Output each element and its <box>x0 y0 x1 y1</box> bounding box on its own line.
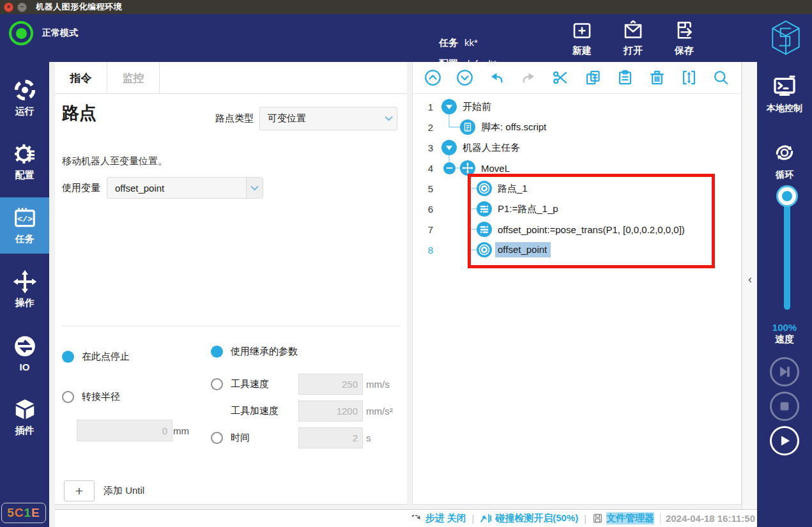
sidebar-item-config[interactable]: 配置 <box>0 134 49 190</box>
move-up-button[interactable] <box>423 68 442 88</box>
tree-row[interactable]: 2 脚本: offs.script <box>413 117 741 137</box>
tree-row-selected[interactable]: 8 offset_point <box>413 240 741 260</box>
sidebar-item-run[interactable]: 运行 <box>0 70 49 126</box>
tool-speed-input[interactable] <box>298 374 363 395</box>
redo-icon <box>520 69 537 86</box>
add-until-row: + 添加 Until <box>64 480 144 501</box>
tree-row[interactable]: 5 路点_1 <box>413 178 741 199</box>
tree-row[interactable]: 6 P1:=路点_1_p <box>413 199 741 219</box>
radio-selected-icon[interactable] <box>62 351 74 363</box>
tree-row[interactable]: 3 机器人主任务 <box>413 137 741 158</box>
delete-button[interactable] <box>648 68 667 88</box>
line-number: 4 <box>413 163 433 174</box>
step-forward-button[interactable] <box>770 357 799 386</box>
tree-node-label[interactable]: P1:=路点_1_p <box>498 203 558 215</box>
inherit-params-radio-row[interactable]: 使用继承的参数 <box>211 346 298 358</box>
movel-node-icon[interactable] <box>460 160 475 176</box>
tree-row[interactable]: 1 开始前 <box>413 96 741 117</box>
tree-node-label[interactable]: offset_point <box>495 242 551 257</box>
speed-slider-track[interactable] <box>784 197 790 310</box>
waypoint-node-icon[interactable] <box>477 181 492 196</box>
waypoint-type-value: 可变位置 <box>260 112 306 125</box>
tree-row[interactable]: 7 offset_point:=pose_trans(P1, [0,0,0.2,… <box>413 219 741 240</box>
move-down-button[interactable] <box>455 68 474 88</box>
play-button[interactable] <box>770 426 799 455</box>
waypoint-type-select[interactable]: 可变位置 <box>259 107 397 130</box>
save-button[interactable]: 保存 <box>664 19 705 57</box>
mode-indicator-group: 正常模式 <box>9 21 78 45</box>
copy-button[interactable] <box>583 68 602 88</box>
chevron-down-icon <box>380 107 397 130</box>
blend-radius-radio-row[interactable]: 转接半径 <box>62 391 120 403</box>
undo-button[interactable] <box>487 68 506 88</box>
assignment-node-icon[interactable] <box>477 222 492 237</box>
collapse-left-icon[interactable]: ‹ <box>742 273 758 286</box>
panel-collapse-strip[interactable]: ‹ <box>742 62 757 509</box>
task-label: 任务 <box>439 37 458 49</box>
status-separator: | <box>584 514 586 524</box>
file-manager-button[interactable]: 文件管理器 <box>592 512 654 524</box>
radio-selected-icon[interactable] <box>211 346 223 358</box>
collapse-node-icon[interactable] <box>441 140 457 155</box>
tree-node-label[interactable]: 开始前 <box>463 101 491 113</box>
close-icon[interactable]: × <box>4 3 13 12</box>
plugin-cube-icon <box>13 397 37 422</box>
stop-here-radio-row[interactable]: 在此点停止 <box>62 351 130 363</box>
tree-node-label[interactable]: 路点_1 <box>498 183 528 195</box>
gear-icon <box>13 142 37 166</box>
variable-select[interactable]: offset_point <box>107 177 263 199</box>
scissors-icon <box>552 69 569 86</box>
new-button-label: 新建 <box>572 45 592 57</box>
step-mode-status[interactable]: 步进 关闭 <box>410 512 466 524</box>
new-file-icon <box>571 19 594 42</box>
open-button[interactable]: 打开 <box>613 19 654 57</box>
collapse-nodes-button[interactable] <box>680 68 699 88</box>
chevron-down-icon <box>246 178 263 198</box>
search-button[interactable] <box>712 68 731 88</box>
collapse-minus-icon[interactable] <box>443 162 456 174</box>
stop-button[interactable] <box>770 392 799 421</box>
svg-text:</>: </> <box>17 215 32 224</box>
assignment-node-icon[interactable] <box>477 201 492 217</box>
time-label: 时间 <box>231 432 298 444</box>
speed-label: 速度 <box>757 333 812 346</box>
sidebar-item-plugin[interactable]: 插件 <box>0 389 49 445</box>
time-input[interactable] <box>298 427 363 448</box>
file-manager-label: 文件管理器 <box>606 512 654 524</box>
minimize-icon[interactable]: – <box>17 3 27 12</box>
cut-button[interactable] <box>551 68 571 88</box>
undo-icon <box>488 69 505 86</box>
brand-logo <box>770 19 802 56</box>
line-number: 6 <box>413 204 433 215</box>
right-sidebar: 本地控制 循环 100% 速度 <box>757 62 812 527</box>
redo-button[interactable] <box>519 68 539 88</box>
sidebar-item-io[interactable]: IO <box>0 325 49 381</box>
loop-button[interactable]: 循环 <box>757 140 812 181</box>
new-button[interactable]: 新建 <box>562 19 602 57</box>
tree-node-label[interactable]: 机器人主任务 <box>463 142 520 154</box>
paste-button[interactable] <box>615 68 634 88</box>
tool-accel-input[interactable] <box>298 401 363 422</box>
collapse-node-icon[interactable] <box>441 99 457 114</box>
sidebar-item-operate[interactable]: 操作 <box>0 261 49 317</box>
speed-slider-knob[interactable] <box>778 187 796 205</box>
tree-node-label[interactable]: MoveL <box>481 163 510 174</box>
radio-unselected-icon[interactable] <box>62 391 74 403</box>
tab-monitor[interactable]: 监控 <box>107 62 160 94</box>
add-until-button[interactable]: + <box>64 480 95 501</box>
tree-node-label[interactable]: offset_point:=pose_trans(P1, [0,0,0.2,0,… <box>498 224 685 235</box>
radio-unselected-icon[interactable] <box>211 432 223 444</box>
tree-node-label[interactable]: 脚本: offs.script <box>481 121 546 134</box>
sidebar-item-task[interactable]: </> 任务 <box>0 197 49 254</box>
waypoint-node-icon[interactable] <box>477 242 492 257</box>
tab-instruction[interactable]: 指令 <box>55 62 107 94</box>
tree-row[interactable]: 4 MoveL <box>413 158 741 178</box>
radio-unselected-icon[interactable] <box>211 378 223 390</box>
local-control-button[interactable]: 本地控制 <box>757 73 812 114</box>
variable-select-value: offset_point <box>107 183 164 194</box>
script-node-icon[interactable] <box>460 119 475 135</box>
blend-radius-input[interactable] <box>77 420 172 441</box>
use-variable-group: 使用变量 offset_point <box>62 177 263 199</box>
status-datetime: 2024-04-18 16:11:50 <box>660 513 755 524</box>
collision-detect-status[interactable]: 碰撞检测开启(50%) <box>480 512 578 524</box>
